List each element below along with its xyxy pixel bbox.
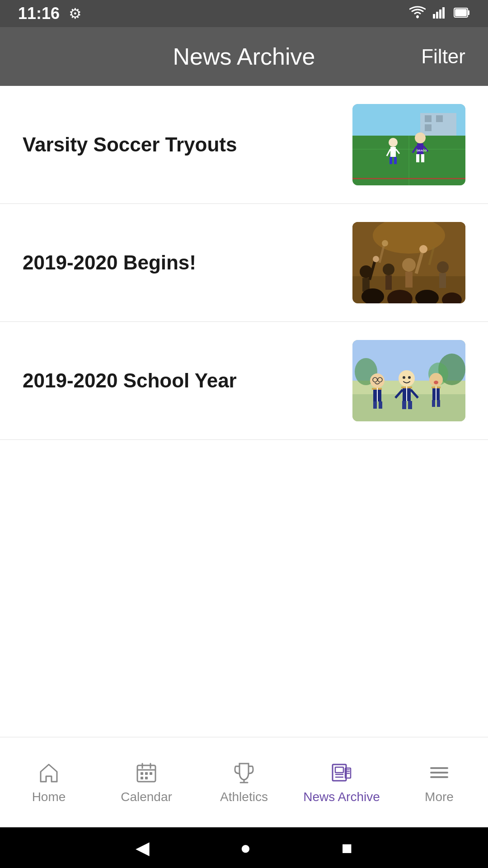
svg-text:DRAGO: DRAGO [417,149,427,152]
system-nav-bar: ◀ ● ■ [0,827,488,868]
svg-point-0 [416,15,419,18]
nav-label-news-archive: News Archive [303,790,380,804]
wifi-icon [409,6,426,22]
svg-point-69 [408,376,411,379]
battery-icon [454,6,470,21]
svg-point-39 [402,258,416,272]
svg-rect-38 [385,275,392,290]
svg-rect-20 [394,157,397,164]
svg-point-46 [437,261,449,273]
svg-rect-3 [439,9,441,19]
news-item-2019-school[interactable]: 2019-2020 School Year [0,322,488,440]
svg-rect-66 [379,401,382,409]
status-right [409,6,470,22]
calendar-icon [135,761,158,784]
nav-label-home: Home [32,790,66,804]
newspaper-icon [330,761,353,784]
filter-button[interactable]: Filter [421,45,465,68]
nav-item-athletics[interactable]: Athletics [195,737,293,827]
news-thumbnail-varsity-soccer: DRAGO [352,104,465,185]
news-title-2019-begins: 2019-2020 Begins! [23,251,352,274]
svg-rect-26 [421,154,424,162]
svg-rect-4 [442,7,445,19]
home-button[interactable]: ● [240,838,251,858]
settings-icon: ⚙ [69,5,82,22]
bottom-navigation: Home Calendar Athletics [0,737,488,827]
svg-rect-11 [436,115,443,122]
news-thumbnail-2019-school [352,340,465,421]
svg-rect-65 [373,401,377,409]
news-title-varsity-soccer: Varsity Soccer Tryouts [23,133,352,156]
news-thumbnail-2019-begins [352,222,465,303]
svg-rect-80 [437,400,440,407]
svg-rect-88 [141,772,143,775]
svg-point-83 [434,381,438,384]
trophy-icon [232,761,256,784]
svg-point-17 [389,138,398,147]
svg-point-42 [419,245,427,253]
nav-item-news-archive[interactable]: News Archive [293,737,390,827]
status-left: 11:16 ⚙ [18,4,82,23]
nav-label-calendar: Calendar [121,790,172,804]
back-button[interactable]: ◀ [136,837,150,858]
content-area: Varsity Soccer Tryouts [0,86,488,737]
svg-rect-24 [417,143,423,154]
svg-point-37 [383,264,394,275]
news-item-varsity-soccer[interactable]: Varsity Soccer Tryouts [0,86,488,204]
svg-point-23 [415,132,426,143]
svg-rect-2 [436,12,438,19]
svg-point-68 [403,376,405,379]
nav-item-home[interactable]: Home [0,737,98,827]
news-title-2019-school: 2019-2020 School Year [23,369,352,392]
status-time: 11:16 [18,4,60,23]
nav-item-more[interactable]: More [390,737,488,827]
svg-rect-89 [145,772,148,775]
page-title: News Archive [173,43,315,70]
svg-rect-90 [150,772,152,775]
signal-icon [433,6,446,22]
status-bar: 11:16 ⚙ [0,0,488,27]
nav-label-more: More [425,790,454,804]
svg-rect-18 [390,147,396,157]
nav-label-athletics: Athletics [220,790,268,804]
svg-rect-47 [439,273,446,288]
svg-rect-7 [455,9,467,16]
svg-rect-1 [433,14,435,19]
svg-point-44 [382,240,388,246]
svg-rect-73 [402,401,406,409]
svg-rect-79 [432,400,435,407]
svg-rect-10 [425,115,432,122]
svg-rect-6 [468,10,469,15]
svg-point-36 [373,256,379,262]
svg-rect-25 [416,154,419,162]
svg-rect-74 [408,401,412,409]
home-icon [37,761,61,784]
svg-rect-40 [405,272,413,288]
svg-rect-92 [145,777,148,779]
recent-button[interactable]: ■ [342,838,352,858]
svg-rect-96 [335,767,343,773]
svg-rect-12 [425,124,432,131]
nav-item-calendar[interactable]: Calendar [98,737,195,827]
svg-point-75 [429,373,443,387]
header: News Archive Filter [0,27,488,86]
svg-rect-19 [389,157,392,164]
svg-rect-91 [141,777,143,779]
menu-icon [427,761,451,784]
svg-point-67 [399,370,415,387]
news-item-2019-begins[interactable]: 2019-2020 Begins! [0,204,488,322]
